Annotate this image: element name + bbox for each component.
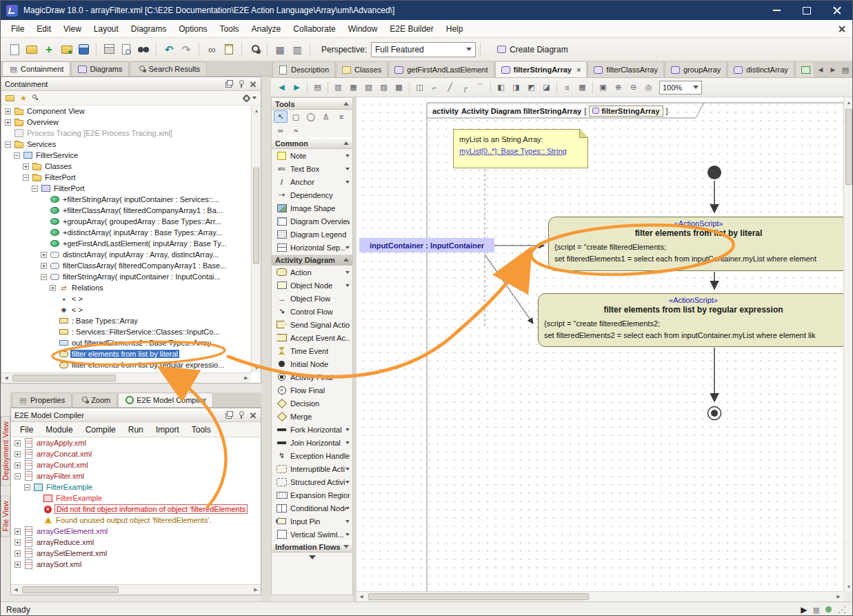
palette-item-diagram-legend[interactable]: Diagram Legend [272,228,352,241]
diagram-tab-filterstringarray[interactable]: filterStringArray× [495,62,588,77]
palette-item-interruptible-acti[interactable]: Interruptible Acti... [272,462,352,475]
tree-expander-icon[interactable]: + [41,263,47,269]
palette-item-image-shape[interactable]: Image Shape [272,201,352,215]
tree-expander-icon[interactable]: + [14,562,21,568]
compiler-horizontal-scrollbar[interactable] [11,584,261,595]
menu-item-tools[interactable]: Tools [214,21,245,37]
maximize-button[interactable] [792,1,822,20]
scrollbar-thumb[interactable] [845,109,852,185]
tree-expander-icon[interactable]: + [41,252,47,258]
zoom-tool-icon[interactable] [246,41,263,58]
containment-tree-item[interactable]: −FilterPort [2,183,250,194]
settings-gear-icon[interactable] [243,95,250,101]
fill-color-icon[interactable]: ◧ [494,80,508,95]
scroll-right-icon[interactable] [241,373,251,383]
menu-item-view[interactable]: View [57,21,88,37]
scrollbar-thumb[interactable] [22,586,119,593]
effects-icon[interactable]: ◪ [539,80,554,95]
anchor-tool-icon[interactable]: ≈ [289,124,303,137]
palette-item-action[interactable]: Action [272,266,352,279]
link-tool-icon[interactable]: ∞ [274,124,288,137]
side-tab-file-view[interactable]: File View [1,495,10,537]
zoom-level-select[interactable]: 100% [659,81,702,95]
chevron-down-icon[interactable] [345,246,350,249]
curve-path-icon[interactable]: ⌒ [473,80,488,95]
same-size-icon[interactable]: ▦ [575,80,590,95]
palette-item-accept-event-ac[interactable]: Accept Event Ac... [272,331,352,344]
containment-tree-item[interactable]: +filterClassArray( filteredCompanyArray1… [2,260,250,271]
palette-item-merge[interactable]: Merge [272,410,352,423]
chevron-down-icon[interactable] [345,428,350,431]
containment-tree-item[interactable]: filter elements from list by literal [2,348,250,359]
chevron-down-icon[interactable] [345,468,350,470]
containment-tree-item[interactable]: +Component View [2,106,250,117]
activity-frame-label[interactable]: activity Activity Diagram filterStringAr… [428,103,674,118]
containment-tree-item[interactable]: Process Tracing [E2E Process Tracing.xml… [2,128,250,139]
new-project-icon[interactable] [6,41,23,58]
menu-item-options[interactable]: Options [172,21,213,37]
containment-tree-item[interactable]: filter elements from list by regular exp… [2,359,250,370]
containment-vertical-scrollbar[interactable] [251,106,261,372]
containment-tree-item[interactable]: +Relations [2,282,250,293]
compiler-menu-import[interactable]: Import [150,424,185,436]
containment-tree-item[interactable]: −FilterService [2,150,250,161]
tree-expander-icon[interactable]: − [14,473,21,479]
palette-item-exception-handler[interactable]: Exception Handler [272,449,352,462]
chevron-down-icon[interactable] [345,284,350,287]
chevron-down-icon[interactable] [345,520,350,523]
group-icon[interactable]: ◨ [509,80,523,95]
palette-item-anchor[interactable]: Anchor [272,175,352,188]
containment-tree-item[interactable]: out filteredElements2 : Base Types::Arra… [2,337,250,348]
side-tab-deployment-view[interactable]: Deployment View [1,416,10,486]
palette-item-object-node[interactable]: Object Node [272,279,352,292]
compiler-tree-item[interactable]: +arraySetElement.xml [12,548,260,559]
canvas-horizontal-scrollbar[interactable] [357,591,843,602]
workspace-close-icon[interactable] [836,23,848,35]
chevron-down-icon[interactable] [345,155,350,157]
status-notification-icon[interactable] [825,606,832,613]
compiler-menu-module[interactable]: Module [40,424,78,436]
containment-tree-item[interactable]: : Base Types::Array [2,315,250,326]
diagram-tab-grouparray[interactable]: groupArray [665,62,727,77]
tree-expander-icon[interactable]: + [5,108,11,115]
palette-item-input-pin[interactable]: Input Pin [272,515,352,528]
actor-tool-icon[interactable]: ♙ [319,110,333,123]
chevron-down-icon[interactable] [345,271,350,274]
palette-section-information-flows[interactable]: Information Flows [272,541,352,553]
find-icon[interactable] [135,41,152,58]
quick-search-icon[interactable] [32,95,37,99]
palette-item-time-event[interactable]: Time Event [272,344,352,357]
scroll-left-icon[interactable] [1,373,11,383]
delete-icon[interactable]: ▨ [377,80,391,95]
scrollbar-thumb[interactable] [253,168,259,264]
zoom-selection-icon[interactable]: ◎ [641,80,656,95]
compiler-tree-item[interactable]: +arrayCount.xml [12,459,260,470]
forward-icon[interactable]: ▶ [290,80,304,95]
browse-icon[interactable] [6,95,14,101]
containment-tree-item[interactable]: +distinctArray( inputArray : Base Types:… [2,227,250,238]
containment-tree-item[interactable]: −filterStringArray( inputContainer : Inp… [2,271,250,282]
compiler-tree-item[interactable]: +arraySort.xml [12,559,260,570]
palette-item-join-horizontal[interactable]: Join Horizontal [272,436,352,449]
order-icon[interactable]: ◩ [524,80,539,95]
pin-panel-icon[interactable] [237,410,245,419]
settings-caret-icon[interactable] [252,97,257,99]
rect-path-icon[interactable]: ⌐ [428,80,442,95]
dock-tab-e2e-model-compiler[interactable]: E2E Model Compiler [118,393,213,407]
menu-item-help[interactable]: Help [440,21,470,37]
compiler-tree-item[interactable]: −FilterExample [12,481,260,493]
float-panel-icon[interactable] [225,79,234,88]
containment-tree-item[interactable]: −FilterPort [2,172,250,183]
scroll-up-icon[interactable] [252,106,261,115]
object-flow-edge[interactable] [485,255,533,324]
compiler-tree-item[interactable]: −arrayFilter.xml [12,470,260,481]
palette-item-note[interactable]: Note [272,149,352,162]
palette-section-activity-diagram[interactable]: Activity Diagram [272,254,352,266]
menu-item-analyze[interactable]: Analyze [245,21,288,37]
containment-tree-item[interactable]: < > [2,304,250,315]
open-project-icon[interactable] [23,41,40,58]
undo-icon[interactable] [161,41,177,58]
palette-scroll-more-icon[interactable] [272,553,352,562]
chevron-down-icon[interactable] [345,507,350,510]
tab-scroll-right-icon[interactable] [827,63,839,76]
